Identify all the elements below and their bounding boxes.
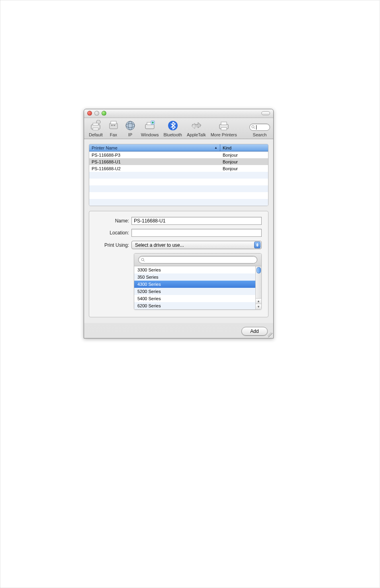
column-label: Printer Name <box>92 146 118 150</box>
list-item[interactable]: 6200 Series <box>134 302 255 309</box>
scroll-thumb[interactable] <box>257 267 261 273</box>
tab-label: IP <box>128 132 132 137</box>
table-row-empty <box>89 192 268 199</box>
column-kind[interactable]: Kind <box>220 144 268 151</box>
table-row[interactable]: PS-116688-P3 Bonjour <box>89 151 268 158</box>
svg-rect-3 <box>93 123 98 125</box>
tab-label: Bluetooth <box>163 132 182 137</box>
svg-line-24 <box>143 260 145 262</box>
table-row[interactable]: PS-116688-U2 Bonjour <box>89 165 268 172</box>
search-label: Search <box>253 132 267 137</box>
svg-point-9 <box>126 121 135 130</box>
list-header: Printer Name ▲ Kind <box>89 144 268 151</box>
cell-kind: Bonjour <box>220 153 268 157</box>
cell-name: PS-116688-U1 <box>89 159 220 164</box>
cell-kind: Bonjour <box>220 166 268 171</box>
table-row[interactable]: PS-116688-U1 Bonjour <box>89 158 268 165</box>
driver-search-input[interactable] <box>138 256 257 264</box>
close-icon[interactable] <box>87 111 92 116</box>
tab-appletalk[interactable]: AppleTalk <box>184 120 208 137</box>
chevron-up-down-icon <box>254 242 261 248</box>
cell-name: PS-116688-U2 <box>89 166 220 171</box>
table-row-empty <box>89 172 268 179</box>
table-row-empty <box>89 185 268 192</box>
tab-label: Windows <box>141 132 159 137</box>
cell-kind: Bonjour <box>220 159 268 164</box>
zoom-icon[interactable] <box>102 111 106 116</box>
column-printer-name[interactable]: Printer Name ▲ <box>89 144 220 151</box>
column-label: Kind <box>223 146 231 150</box>
tab-windows[interactable]: Windows <box>139 120 161 137</box>
fax-icon <box>108 120 119 132</box>
svg-rect-19 <box>221 122 227 125</box>
search-input[interactable] <box>249 124 270 131</box>
printer-default-icon <box>90 120 102 132</box>
dialog-footer: Add <box>84 323 273 338</box>
list-item[interactable]: 4300 Series <box>134 281 255 288</box>
scroll-down-icon[interactable]: ▼ <box>256 304 261 309</box>
select-value: Select a driver to use... <box>135 242 184 248</box>
printer-form: Name: Location: Print Using: Select a dr… <box>89 211 268 317</box>
traffic-lights <box>87 111 106 116</box>
list-item[interactable]: 5200 Series <box>134 288 255 295</box>
driver-picker: 3300 Series 350 Series 4300 Series 5200 … <box>134 253 262 310</box>
table-row-empty <box>89 199 268 206</box>
titlebar[interactable] <box>84 109 273 118</box>
svg-rect-12 <box>145 124 154 129</box>
print-using-label: Print Using: <box>96 242 131 248</box>
name-label: Name: <box>96 218 131 224</box>
cell-name: PS-116688-P3 <box>89 153 220 157</box>
globe-icon <box>124 120 136 132</box>
svg-rect-4 <box>93 128 98 130</box>
tab-default[interactable]: Default <box>86 120 105 137</box>
search-icon <box>141 258 145 262</box>
svg-rect-7 <box>111 125 113 126</box>
location-label: Location: <box>96 230 131 236</box>
resize-handle-icon[interactable] <box>268 332 272 337</box>
list-item[interactable]: 350 Series <box>134 273 255 281</box>
list-body: PS-116688-P3 Bonjour PS-116688-U1 Bonjou… <box>89 151 268 206</box>
add-printer-window: Default Fax IP <box>84 109 274 338</box>
svg-rect-8 <box>114 125 115 126</box>
tab-more-printers[interactable]: More Printers <box>208 120 239 137</box>
tab-bluetooth[interactable]: Bluetooth <box>161 120 184 137</box>
list-item[interactable]: 3300 Series <box>134 266 255 273</box>
printer-icon <box>218 120 230 132</box>
tab-label: More Printers <box>211 132 237 137</box>
toolbar-search: Search <box>247 124 271 137</box>
scrollbar[interactable]: ▲ ▼ <box>255 266 261 309</box>
tab-ip[interactable]: IP <box>122 120 139 137</box>
name-field[interactable] <box>131 217 262 225</box>
search-icon <box>251 125 255 129</box>
sort-ascending-icon: ▲ <box>214 146 217 149</box>
list-item[interactable]: 5400 Series <box>134 295 255 302</box>
print-using-select[interactable]: Select a driver to use... <box>131 241 262 249</box>
tab-label: AppleTalk <box>187 132 206 137</box>
table-row-empty <box>89 179 268 185</box>
scroll-up-icon[interactable]: ▲ <box>256 298 261 304</box>
svg-rect-20 <box>221 128 227 130</box>
tab-label: Default <box>89 132 103 137</box>
tab-fax[interactable]: Fax <box>105 120 122 137</box>
toolbar-toggle-icon[interactable] <box>261 111 270 115</box>
driver-list-rows: 3300 Series 350 Series 4300 Series 5200 … <box>134 266 255 309</box>
arrows-exchange-icon <box>190 120 202 132</box>
location-field[interactable] <box>131 229 262 237</box>
bluetooth-icon <box>167 120 179 132</box>
minimize-icon[interactable] <box>94 111 99 116</box>
text-caret <box>256 125 257 130</box>
printer-list: Printer Name ▲ Kind PS-116688-P3 Bonjour… <box>89 144 268 206</box>
toolbar: Default Fax IP <box>84 118 273 139</box>
printer-plus-icon <box>144 120 156 132</box>
add-button[interactable]: Add <box>241 327 268 336</box>
tab-label: Fax <box>110 132 117 137</box>
svg-line-22 <box>254 128 255 129</box>
svg-rect-6 <box>111 121 116 124</box>
